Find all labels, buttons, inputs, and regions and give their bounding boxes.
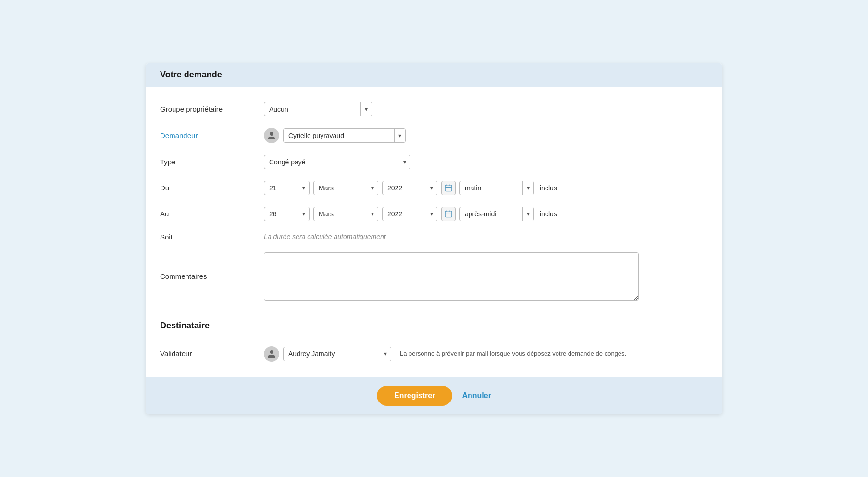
du-day-select[interactable]: 21 22 (264, 181, 298, 195)
destinataire-body: Validateur Audrey Jamaity ▾ La personne … (146, 331, 722, 377)
svg-rect-0 (445, 185, 452, 191)
demandeur-controls: Cyrielle puyravaud ▾ (264, 128, 708, 143)
au-year-group[interactable]: 2022 ▾ (382, 207, 437, 221)
votre-demande-header: Votre demande (146, 63, 722, 87)
type-select-group[interactable]: Congé payé ▾ (264, 155, 410, 169)
footer-bar: Enregistrer Annuler (146, 377, 722, 414)
person-icon (267, 131, 276, 140)
demandeur-select[interactable]: Cyrielle puyravaud (284, 129, 394, 142)
du-month-group[interactable]: Mars ▾ (313, 181, 378, 195)
soit-controls: La durée sera calculée automatiquement (264, 233, 708, 240)
soit-text: La durée sera calculée automatiquement (264, 233, 386, 240)
au-month-group[interactable]: Mars ▾ (313, 207, 378, 221)
au-period-select[interactable]: matin après-midi journée (460, 207, 522, 221)
groupe-proprietaire-select[interactable]: Aucun (264, 102, 360, 116)
du-label: Du (160, 184, 256, 192)
validateur-label: Validateur (160, 350, 256, 358)
demandeur-avatar (264, 128, 279, 143)
au-year-dropdown-btn[interactable]: ▾ (426, 207, 437, 221)
validateur-row: Validateur Audrey Jamaity ▾ La personne … (160, 340, 708, 367)
validateur-avatar (264, 346, 279, 362)
type-row: Type Congé payé ▾ (160, 149, 708, 175)
groupe-proprietaire-row: Groupe propriétaire Aucun ▾ (160, 96, 708, 122)
du-year-dropdown-btn[interactable]: ▾ (426, 181, 437, 195)
type-controls: Congé payé ▾ (264, 155, 708, 169)
du-period-select[interactable]: matin après-midi journée (460, 181, 522, 195)
du-controls: 21 22 ▾ Mars ▾ 2022 (264, 181, 708, 195)
du-year-select[interactable]: 2022 (383, 181, 426, 195)
au-year-select[interactable]: 2022 (383, 207, 426, 221)
form-container: Votre demande Groupe propriétaire Aucun … (146, 63, 722, 414)
au-calendar-icon[interactable] (441, 207, 456, 221)
validateur-controls: Audrey Jamaity ▾ La personne à prévenir … (264, 346, 708, 362)
au-month-select[interactable]: Mars (314, 207, 367, 221)
au-inclus: inclus (540, 210, 557, 218)
demandeur-select-group[interactable]: Cyrielle puyravaud ▾ (283, 128, 406, 143)
svg-rect-4 (445, 211, 452, 217)
du-day-dropdown-btn[interactable]: ▾ (298, 181, 309, 195)
au-label: Au (160, 210, 256, 218)
destinataire-title: Destinataire (160, 321, 708, 331)
calendar-svg-au (444, 210, 453, 218)
groupe-proprietaire-controls: Aucun ▾ (264, 102, 708, 116)
du-month-dropdown-btn[interactable]: ▾ (367, 181, 378, 195)
au-period-group[interactable]: matin après-midi journée ▾ (459, 207, 534, 221)
au-day-select[interactable]: 26 (264, 207, 298, 221)
groupe-proprietaire-label: Groupe propriétaire (160, 105, 256, 113)
soit-label: Soit (160, 233, 256, 241)
validateur-select[interactable]: Audrey Jamaity (284, 347, 380, 361)
save-button[interactable]: Enregistrer (377, 386, 452, 406)
au-controls: 26 ▾ Mars ▾ 2022 (264, 207, 708, 221)
au-month-dropdown-btn[interactable]: ▾ (367, 207, 378, 221)
au-row: Au 26 ▾ Mars ▾ (160, 201, 708, 227)
au-day-dropdown-btn[interactable]: ▾ (298, 207, 309, 221)
demandeur-row: Demandeur Cyrielle puyravaud ▾ (160, 122, 708, 149)
calendar-svg (444, 184, 453, 192)
type-label: Type (160, 158, 256, 166)
demandeur-label[interactable]: Demandeur (160, 131, 256, 139)
au-day-group[interactable]: 26 ▾ (264, 207, 310, 221)
cancel-button[interactable]: Annuler (462, 391, 491, 400)
du-calendar-icon[interactable] (441, 181, 456, 195)
validateur-hint: La personne à prévenir par mail lorsque … (400, 350, 626, 357)
commentaires-controls (264, 252, 708, 301)
du-day-group[interactable]: 21 22 ▾ (264, 181, 310, 195)
votre-demande-title: Votre demande (160, 70, 708, 80)
soit-row: Soit La durée sera calculée automatiquem… (160, 227, 708, 247)
au-period-dropdown-btn[interactable]: ▾ (523, 207, 533, 221)
du-inclus: inclus (540, 184, 557, 192)
groupe-proprietaire-select-group[interactable]: Aucun ▾ (264, 102, 372, 116)
du-period-group[interactable]: matin après-midi journée ▾ (459, 181, 534, 195)
commentaires-textarea[interactable] (264, 252, 639, 301)
validateur-dropdown-btn[interactable]: ▾ (380, 347, 391, 361)
du-year-group[interactable]: 2022 ▾ (382, 181, 437, 195)
type-dropdown-btn[interactable]: ▾ (399, 155, 410, 169)
destinataire-header: Destinataire (146, 316, 722, 331)
validateur-select-group[interactable]: Audrey Jamaity ▾ (283, 347, 391, 361)
commentaires-label: Commentaires (160, 272, 256, 280)
groupe-proprietaire-dropdown-btn[interactable]: ▾ (361, 102, 372, 116)
votre-demande-body: Groupe propriétaire Aucun ▾ Demandeur (146, 87, 722, 316)
type-select[interactable]: Congé payé (264, 155, 399, 169)
du-month-select[interactable]: Mars (314, 181, 367, 195)
du-period-dropdown-btn[interactable]: ▾ (523, 181, 533, 195)
du-row: Du 21 22 ▾ Mars ▾ (160, 175, 708, 201)
validateur-person-icon (267, 349, 276, 359)
demandeur-dropdown-btn[interactable]: ▾ (395, 129, 405, 142)
commentaires-row: Commentaires (160, 247, 708, 306)
